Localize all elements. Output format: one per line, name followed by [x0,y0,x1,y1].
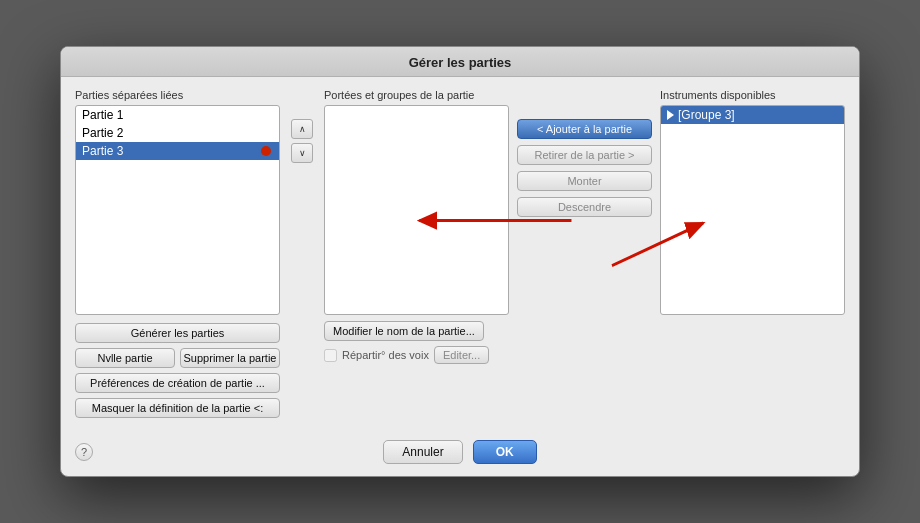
col-left: Parties séparées liées Partie 1 Partie 2… [75,89,280,418]
title-bar: Gérer les parties [61,47,859,77]
descendre-button[interactable]: Descendre [517,197,652,217]
supprimer-button[interactable]: Supprimer la partie [180,348,280,368]
monter-button[interactable]: Monter [517,171,652,191]
ok-button[interactable]: OK [473,440,537,464]
columns: Parties séparées liées Partie 1 Partie 2… [75,89,845,418]
list-item[interactable]: Partie 2 [76,124,279,142]
portees-box[interactable] [324,105,509,315]
columns-wrapper: Parties séparées liées Partie 1 Partie 2… [75,89,845,418]
col-actions: < Ajouter à la partie Retirer de la part… [517,89,652,217]
right-col-header: Instruments disponibles [660,89,845,101]
dialog-footer: ? Annuler OK [61,430,859,476]
repartir-row: Répartir° des voix Editer... [324,346,509,364]
instruments-list[interactable]: [Groupe 3] [660,105,845,315]
masquer-button[interactable]: Masquer la définition de la partie <: [75,398,280,418]
left-buttons: Générer les parties Nvlle partie Supprim… [75,323,280,418]
dialog-content: Parties séparées liées Partie 1 Partie 2… [61,77,859,430]
center-col-header: Portées et groupes de la partie [324,89,509,101]
nvlle-button[interactable]: Nvlle partie [75,348,175,368]
down-arrow-button[interactable]: ∨ [291,143,313,163]
nvlle-supprimer-row: Nvlle partie Supprimer la partie [75,348,280,368]
instrument-item-selected[interactable]: [Groupe 3] [661,106,844,124]
col-right: Instruments disponibles [Groupe 3] [660,89,845,315]
up-arrow-button[interactable]: ∧ [291,119,313,139]
col-center: Portées et groupes de la partie Modifier… [324,89,509,364]
editer-button[interactable]: Editer... [434,346,489,364]
portees-bottom: Modifier le nom de la partie... [324,321,509,341]
triangle-icon [667,110,674,120]
cancel-button[interactable]: Annuler [383,440,462,464]
dialog-title: Gérer les parties [409,55,512,70]
list-item-selected[interactable]: Partie 3 [76,142,279,160]
modifier-nom-button[interactable]: Modifier le nom de la partie... [324,321,484,341]
left-col-header: Parties séparées liées [75,89,280,101]
repartir-label: Répartir° des voix [342,349,429,361]
repartir-checkbox[interactable] [324,349,337,362]
ajouter-button[interactable]: < Ajouter à la partie [517,119,652,139]
red-dot-indicator [261,146,271,156]
dialog-window: Gérer les parties Parties séparées liées… [60,46,860,477]
retirer-button[interactable]: Retirer de la partie > [517,145,652,165]
parties-list[interactable]: Partie 1 Partie 2 Partie 3 [75,105,280,315]
preferences-button[interactable]: Préférences de création de partie ... [75,373,280,393]
list-item[interactable]: Partie 1 [76,106,279,124]
generer-button[interactable]: Générer les parties [75,323,280,343]
col-arrows: ∧ ∨ [288,89,316,163]
help-button[interactable]: ? [75,443,93,461]
